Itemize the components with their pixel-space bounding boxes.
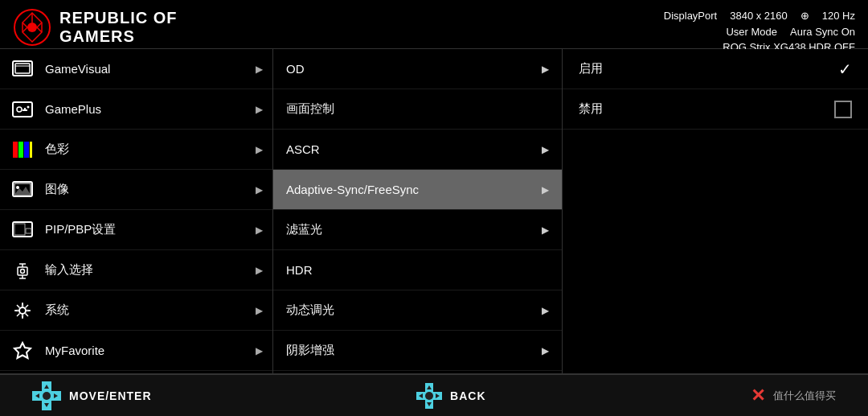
submenu-item-blue-light[interactable]: 滤蓝光 ▶ [273,210,562,250]
move-enter-label: MOVE/ENTER [69,389,152,402]
pipbp-arrow-icon: ▶ [256,224,263,236]
enable-label: 启用 [579,61,838,76]
od-arrow-icon: ▶ [542,64,549,75]
pipbp-icon [10,217,35,243]
gameplus-arrow-icon: ▶ [256,104,263,115]
svg-rect-24 [13,222,32,237]
svg-rect-19 [30,142,32,158]
option-item-enable[interactable]: 启用 ✓ [563,49,868,89]
submenu-item-ascr[interactable]: ASCR ▶ [273,130,562,170]
close-icon: ✕ [751,385,765,406]
svg-marker-42 [14,343,31,358]
svg-line-4 [37,23,42,27]
blue-light-label: 滤蓝光 [286,222,542,237]
gameplus-label: GamePlus [45,102,256,116]
screen-control-label: 画面控制 [286,101,549,117]
sidebar-item-color[interactable]: 色彩 ▶ [0,130,272,170]
submenu-item-hdr[interactable]: HDR [273,250,562,290]
svg-line-7 [23,27,27,32]
header: REPUBLIC OF GAMERS DisplayPort 3840 x 21… [0,0,868,48]
dpad-icon [32,381,61,410]
image-label: 图像 [45,182,256,197]
svg-rect-27 [18,267,27,275]
hdr-label: HDR [286,263,549,277]
dynamic-label: 动态调光 [286,303,542,318]
sidebar-item-gamevisual[interactable]: GameVisual ▶ [0,49,272,89]
svg-line-41 [17,313,20,316]
submenu-item-adaptive-sync[interactable]: Adaptive-Sync/FreeSync ▶ [273,170,562,210]
shadow-label: 阴影增强 [286,343,542,358]
disable-uncheck-icon [834,101,852,118]
sidebar-item-pipbp[interactable]: PIP/PBP设置 ▶ [0,210,272,250]
pipbp-label: PIP/PBP设置 [45,222,256,237]
gamevisual-arrow-icon: ▶ [256,64,263,75]
svg-line-6 [23,23,27,27]
svg-line-38 [17,305,20,308]
bottom-bar: MOVE/ENTER BACK ✕ 值什么值得买 [0,374,868,416]
input-label: 输入选择 [45,262,256,278]
svg-point-23 [16,186,19,189]
svg-point-44 [43,392,51,400]
enable-check-icon: ✓ [838,60,852,79]
blue-light-arrow-icon: ▶ [542,224,549,236]
submenu-item-od[interactable]: OD ▶ [273,49,562,89]
header-info: DisplayPort 3840 x 2160 ⊕ 120 Hz User Mo… [664,8,855,56]
move-enter-item: MOVE/ENTER [32,381,152,410]
back-item: BACK [416,383,485,409]
svg-rect-16 [13,142,18,158]
refresh-icon: ⊕ [800,8,809,24]
back-label: BACK [450,389,485,402]
watermark-label: 值什么值得买 [773,389,836,403]
dynamic-arrow-icon: ▶ [542,305,549,316]
color-arrow-icon: ▶ [256,144,263,155]
user-mode-label: User Mode [726,24,777,40]
middle-panel: OD ▶ 画面控制 ASCR ▶ Adaptive-Sync/FreeSync … [273,49,563,373]
myfavorite-arrow-icon: ▶ [256,345,263,356]
svg-line-5 [37,27,42,32]
svg-rect-26 [26,229,31,233]
input-arrow-icon: ▶ [256,265,263,276]
sidebar-item-myfavorite[interactable]: MyFavorite ▶ [0,331,272,371]
sidebar-item-gameplus[interactable]: GamePlus ▶ [0,89,272,130]
myfavorite-icon [10,338,35,364]
left-panel: GameVisual ▶ GamePlus ▶ [0,49,273,373]
svg-rect-14 [23,109,27,111]
system-label: 系统 [45,303,256,318]
od-label: OD [286,62,542,76]
svg-rect-18 [24,142,29,158]
svg-point-33 [19,307,26,314]
svg-point-12 [17,107,22,112]
color-icon [10,137,35,163]
gamevisual-label: GameVisual [45,62,256,76]
svg-point-32 [21,269,25,273]
brand-text: REPUBLIC OF GAMERS [59,9,178,46]
adaptive-sync-label: Adaptive-Sync/FreeSync [286,183,542,196]
gameplus-icon [10,97,35,122]
svg-point-15 [27,105,30,108]
submenu-item-screen-control[interactable]: 画面控制 [273,89,562,130]
shadow-arrow-icon: ▶ [542,345,549,356]
rog-logo-icon [13,8,51,47]
svg-rect-25 [14,224,25,235]
submenu-item-shadow[interactable]: 阴影增强 ▶ [273,331,562,371]
svg-point-2 [27,23,37,32]
image-arrow-icon: ▶ [256,184,263,196]
input-icon [10,257,35,283]
svg-line-40 [26,305,29,308]
system-arrow-icon: ▶ [256,305,263,316]
aura-sync-label: Aura Sync On [790,24,855,40]
sidebar-item-system[interactable]: 系统 ▶ [0,290,272,331]
color-label: 色彩 [45,142,256,157]
svg-point-50 [425,392,433,400]
right-panel: 启用 ✓ 禁用 [563,49,868,373]
sidebar-item-image[interactable]: 图像 ▶ [0,170,272,210]
image-icon [10,177,35,203]
ascr-arrow-icon: ▶ [542,144,549,155]
sidebar-item-input[interactable]: 输入选择 ▶ [0,250,272,290]
svg-line-39 [26,313,29,316]
submenu-item-dynamic[interactable]: 动态调光 ▶ [273,290,562,331]
svg-rect-9 [15,64,30,73]
myfavorite-label: MyFavorite [45,344,256,357]
gamevisual-icon [10,56,35,82]
option-item-disable[interactable]: 禁用 [563,89,868,130]
